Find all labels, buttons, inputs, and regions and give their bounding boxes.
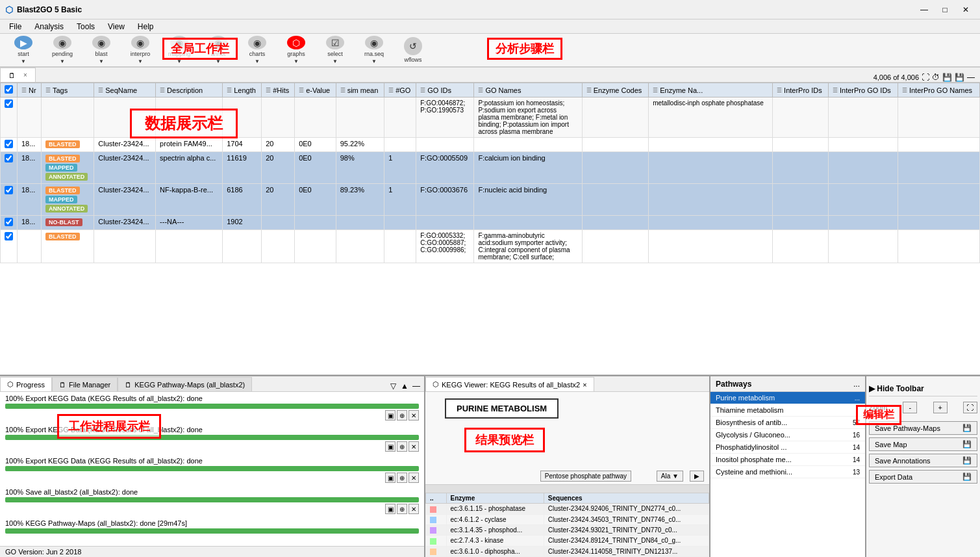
- col-header-tags[interactable]: ☰Tags: [42, 83, 94, 97]
- prog-action-b1[interactable]: ⊕: [397, 410, 407, 421]
- pathways-more-btn[interactable]: ...: [853, 380, 860, 389]
- enzyme-col-header[interactable]: ..: [426, 493, 447, 504]
- col-header-interprogo[interactable]: ☰InterPro GO IDs: [829, 83, 898, 97]
- table-row[interactable]: 18... NO-BLAST Cluster-23424... ---NA---…: [1, 216, 980, 230]
- col-header-enzymenames[interactable]: ☰Enzyme Na...: [649, 83, 773, 97]
- prog-action-b2[interactable]: ⊕: [397, 441, 407, 452]
- kegg-ala-btn[interactable]: Ala ▼: [657, 471, 683, 482]
- pathway-item-cysteine[interactable]: Cysteine and methioni... 13: [710, 466, 865, 478]
- prog-action-c3[interactable]: ✕: [408, 473, 419, 483]
- pathway-item-glycolysis[interactable]: Glycolysis / Gluconeo... 16: [710, 429, 865, 441]
- table-row[interactable]: F:GO:0046872;P:GO:1990573 P:potassium io…: [1, 97, 980, 138]
- table-tab[interactable]: 🗒 ×: [0, 68, 36, 82]
- tool-charts[interactable]: ◉ charts ▼: [239, 35, 275, 65]
- panel-minimize-btn[interactable]: ▽: [388, 381, 398, 391]
- kegg-pentose-btn[interactable]: Pentose phosphate pathway: [540, 471, 631, 482]
- menu-view[interactable]: View: [101, 21, 131, 32]
- enzyme-row[interactable]: ec:3.1.4.35 - phosphod... Cluster-23424.…: [426, 525, 709, 535]
- select-all-checkbox[interactable]: [5, 85, 13, 94]
- row-check[interactable]: [1, 216, 18, 230]
- prog-action-a4[interactable]: ▣: [385, 504, 396, 514]
- col-header-enzymecodes[interactable]: ☰Enzyme Codes: [582, 83, 648, 97]
- menu-tools[interactable]: Tools: [70, 21, 101, 32]
- col-header-description[interactable]: ☰Description: [156, 83, 223, 97]
- col-header-gonames[interactable]: ☰GO Names: [474, 83, 582, 97]
- col-header-length[interactable]: ☰Length: [223, 83, 262, 97]
- table-save1-btn[interactable]: 💾: [942, 73, 952, 82]
- pathway-item-inositol[interactable]: Inositol phosphate me... 14: [710, 454, 865, 466]
- table-settings-btn[interactable]: ⛶: [922, 73, 929, 82]
- enzyme-name-header[interactable]: Enzyme: [446, 493, 544, 504]
- menu-analysis[interactable]: Analysis: [28, 21, 70, 32]
- row-check[interactable]: [1, 230, 18, 263]
- enzyme-seq-header[interactable]: Sequences: [544, 493, 709, 504]
- table-save2-btn[interactable]: 💾: [955, 73, 964, 82]
- panel-maximize-btn[interactable]: ▲: [399, 381, 410, 391]
- maximize-button[interactable]: □: [936, 3, 954, 17]
- enzyme-row[interactable]: ec:3.6.1.15 - phosphatase Cluster-23424.…: [426, 504, 709, 514]
- tab-progress[interactable]: ⬡ Progress: [0, 377, 52, 391]
- prog-action-c4[interactable]: ✕: [408, 504, 419, 514]
- menu-file[interactable]: File: [3, 21, 28, 32]
- tab-kegg-pathway-maps[interactable]: 🗒 KEGG Pathway-Maps (all_blastx2): [118, 377, 252, 391]
- menu-help[interactable]: Help: [131, 21, 160, 32]
- tool-annot[interactable]: ◉ annot ▼: [200, 35, 236, 65]
- enzyme-row[interactable]: ec:2.7.4.3 - kinase Cluster-23424.89124_…: [426, 536, 709, 546]
- pathway-item-phosphatidylinositol[interactable]: Phosphatidylinositol ... 14: [710, 441, 865, 454]
- tool-graphs[interactable]: ⬡ graphs ▼: [278, 35, 314, 65]
- save-pathway-maps-btn[interactable]: Save Pathway-Maps 💾: [869, 421, 977, 435]
- save-annotations-btn[interactable]: Save Annotations 💾: [869, 454, 977, 467]
- tool-rnaseq[interactable]: ◉ rna.seq ▼: [356, 35, 392, 65]
- row-check[interactable]: [1, 138, 18, 152]
- tool-mapping[interactable]: ◉ mapping ▼: [161, 35, 197, 65]
- tool-select[interactable]: ☑ select ▼: [317, 35, 353, 65]
- panel-close-btn[interactable]: —: [411, 381, 421, 391]
- prog-action-a3[interactable]: ▣: [385, 473, 396, 483]
- enzyme-row[interactable]: ec:4.6.1.2 - cyclase Cluster-23424.34503…: [426, 514, 709, 525]
- close-button[interactable]: ✕: [957, 3, 975, 17]
- table-row[interactable]: 18... BLASTED MAPPED ANNOTATED Cluster-2…: [1, 152, 980, 184]
- tool-blast[interactable]: ◉ blast ▼: [83, 35, 119, 65]
- col-header-interproid[interactable]: ☰InterPro IDs: [773, 83, 829, 97]
- tool-wflows[interactable]: ↺ wflows: [395, 35, 431, 65]
- pathway-item-thiamine[interactable]: Thiamine metabolism: [710, 404, 865, 417]
- col-header-seqname[interactable]: ☰SeqName: [94, 83, 156, 97]
- table-history-btn[interactable]: ⏱: [932, 73, 940, 82]
- row-check[interactable]: [1, 184, 18, 216]
- kegg-tab-close[interactable]: ×: [583, 381, 586, 389]
- pathway-item-biosynthesis[interactable]: Biosynthesis of antib... 57: [710, 417, 865, 429]
- export-data-btn[interactable]: Export Data 💾: [869, 470, 977, 484]
- tool-pending[interactable]: ◉ pending ▼: [44, 35, 81, 65]
- tool-start[interactable]: ▶ start ▼: [5, 35, 42, 65]
- col-header-interprogon[interactable]: ☰InterPro GO Names: [898, 83, 979, 97]
- col-header-nr[interactable]: ☰Nr: [18, 83, 42, 97]
- table-row[interactable]: 18... BLASTED MAPPED ANNOTATED Cluster-2…: [1, 184, 980, 216]
- prog-action-a2[interactable]: ▣: [385, 441, 396, 452]
- minimize-button[interactable]: —: [915, 3, 933, 17]
- prog-action-c2[interactable]: ✕: [408, 441, 419, 452]
- table-minimize-btn[interactable]: —: [967, 73, 975, 82]
- prog-action-b4[interactable]: ⊕: [397, 504, 407, 514]
- table-row[interactable]: BLASTED F:GO:0005332;C:GO:0005887;C:GO:0…: [1, 230, 980, 263]
- row-check[interactable]: [1, 97, 18, 138]
- kegg-scroll-horizontal[interactable]: [425, 485, 709, 493]
- col-header-hits[interactable]: ☰#Hits: [262, 83, 295, 97]
- prog-action-b3[interactable]: ⊕: [397, 473, 407, 483]
- table-row[interactable]: 18... BLASTED Cluster-23424... protein F…: [1, 138, 980, 152]
- prog-action-a1[interactable]: ▣: [385, 410, 396, 421]
- save-map-btn[interactable]: Save Map 💾: [869, 437, 977, 451]
- tool-interpro[interactable]: ◉ interpro ▼: [122, 35, 158, 65]
- col-header-go[interactable]: ☰#GO: [384, 83, 416, 97]
- col-header-goids[interactable]: ☰GO IDs: [416, 83, 474, 97]
- kegg-viewer-tab[interactable]: ⬡ KEGG Viewer: KEGG Results of all_blast…: [425, 377, 594, 391]
- table-tab-close[interactable]: ×: [23, 71, 27, 79]
- zoom-minus-btn[interactable]: -: [903, 402, 917, 413]
- pathway-item-purine[interactable]: Purine metabolism ...: [710, 392, 865, 404]
- enzyme-row[interactable]: ec:3.6.1.0 - diphospha... Cluster-23424.…: [426, 546, 709, 556]
- zoom-plus-btn[interactable]: +: [933, 402, 948, 413]
- col-header-simmean[interactable]: ☰sim mean: [336, 83, 384, 97]
- row-check[interactable]: [1, 152, 18, 184]
- col-header-check[interactable]: [1, 83, 18, 97]
- kegg-next-btn[interactable]: ▶: [690, 471, 704, 482]
- prog-action-c1[interactable]: ✕: [408, 410, 419, 421]
